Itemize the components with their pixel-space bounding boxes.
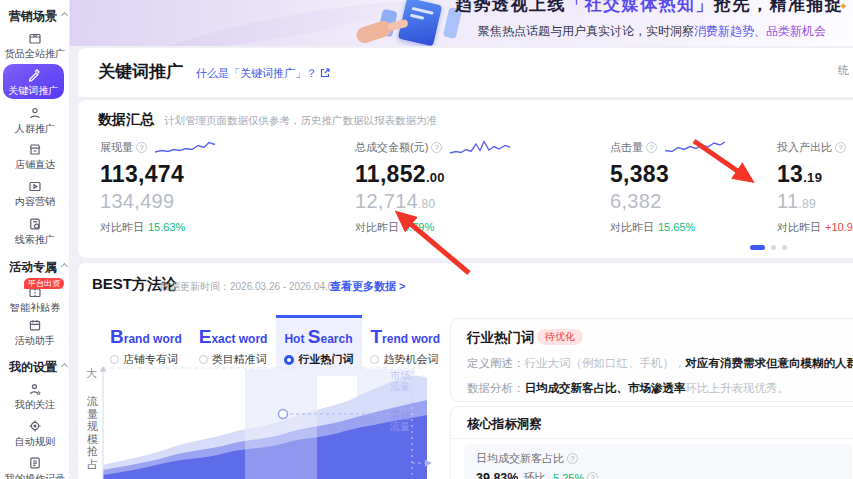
core-metric-value: 39.83% bbox=[476, 471, 518, 479]
tab-en-rest: earch bbox=[320, 332, 352, 346]
hb-value: -5.25% bbox=[549, 472, 584, 479]
sidebar-item-auto-rules[interactable]: 自动规则 bbox=[0, 419, 70, 449]
metric-label: 点击量 bbox=[610, 140, 643, 155]
definition-gray-text: 行业大词（例如口红、手机）， bbox=[525, 357, 686, 369]
sidebar-item-my-follow[interactable]: 我的关注 bbox=[0, 382, 70, 412]
dot-active[interactable] bbox=[750, 245, 765, 250]
metric-value: 5,383 bbox=[610, 161, 669, 187]
definition-line: 定义阐述：行业大词（例如口红、手机），对应有消费需求但意向模糊的人群，拉新效果显… bbox=[467, 356, 853, 371]
hb-label: 环比 bbox=[523, 470, 545, 479]
promo-banner: 趋势透视上线「社交媒体热知」抢先，精准捕捉 聚焦热点话题与用户真实讨论，实时洞察… bbox=[70, 0, 853, 46]
metric-roi: 投入产出比? 13.19 11.89 对比昨日+10.93% bbox=[777, 138, 853, 235]
metric-prev-value: 134,499 bbox=[100, 190, 174, 212]
sidebar-item-label: 关键词推广 bbox=[4, 84, 63, 97]
help-icon[interactable]: ? bbox=[835, 142, 846, 153]
sidebar-item-label: 货品全站推广 bbox=[1, 47, 68, 60]
store-icon bbox=[0, 142, 70, 156]
compare-label: 对比昨日 bbox=[610, 221, 654, 233]
analysis-bold-text: 日均成交新客占比、市场渗透率 bbox=[525, 382, 686, 394]
chevron-up-icon bbox=[61, 12, 68, 19]
analysis-label: 数据分析： bbox=[467, 382, 525, 394]
person-star-icon bbox=[0, 382, 70, 396]
compare-label: 对比昨日 bbox=[100, 221, 144, 233]
series-label-store-traffic: 店铺流量 bbox=[390, 410, 414, 432]
banner-title: 趋势透视上线「社交媒体热知」抢先，精准捕捉 bbox=[455, 0, 844, 16]
help-icon[interactable]: ? bbox=[587, 472, 598, 479]
metric-delta: +10.93% bbox=[825, 221, 853, 233]
sidebar-item-label: 内容营销 bbox=[1, 195, 68, 208]
to-optimize-badge: 待优化 bbox=[537, 329, 583, 345]
sidebar-item-full-site[interactable]: 货品全站推广 bbox=[0, 31, 70, 61]
sidebar-item-content[interactable]: 内容营销 bbox=[0, 179, 70, 209]
video-icon bbox=[0, 179, 70, 193]
clue-icon bbox=[0, 217, 70, 231]
data-summary-card: 数据汇总 计划管理页面数据仅供参考，历史推广数据以报表数据为准 展现量? 113… bbox=[78, 100, 853, 258]
sidebar-item-audience[interactable]: 人群推广 bbox=[0, 106, 70, 136]
core-metric-label: 日均成交新客占比 bbox=[476, 451, 564, 466]
sidebar-item-store-direct[interactable]: 店铺直达 bbox=[0, 142, 70, 172]
metric-prev-value: 11 bbox=[777, 190, 798, 212]
what-is-link-label: 什么是「关键词推广」？ bbox=[196, 67, 317, 79]
sidebar-item-label: 自动规则 bbox=[1, 435, 68, 448]
sidebar-section-marketing[interactable]: 营销场景 bbox=[9, 8, 67, 25]
core-panel-title: 核心指标洞察 bbox=[467, 416, 542, 433]
summary-note: 计划管理页面数据仅供参考，历史推广数据以报表数据为准 bbox=[164, 114, 437, 128]
document-icon bbox=[0, 456, 70, 470]
metric-delta: 6.79% bbox=[403, 221, 434, 233]
banner-title-post: 抢先，精准捕捉 bbox=[714, 0, 844, 14]
tab-en-pre: Hot bbox=[284, 332, 307, 346]
definition-label: 定义阐述： bbox=[467, 357, 525, 369]
tab-en-rest: rend word bbox=[382, 332, 440, 346]
external-link-icon[interactable] bbox=[320, 68, 330, 80]
metric-value: 11,852 bbox=[355, 161, 426, 187]
compare-label: 对比昨日 bbox=[355, 221, 399, 233]
sparkline bbox=[664, 138, 726, 156]
metric-label: 总成交金额(元) bbox=[355, 140, 428, 155]
sidebar-item-leads[interactable]: 线索推广 bbox=[0, 217, 70, 247]
core-metrics-panel: 核心指标洞察 日均成交新客占比? 39.83%环比-5.25%? 同行同层均值 … bbox=[450, 406, 853, 479]
series-label-market-traffic: 市场流量 bbox=[390, 370, 414, 392]
metric-prev-dec: .89 bbox=[798, 197, 816, 211]
metric-delta: 15.65% bbox=[658, 221, 695, 233]
page-header-card: 关键词推广 什么是「关键词推广」？ 统 bbox=[78, 48, 853, 97]
tab-en-initial: E bbox=[199, 326, 212, 347]
section-label: 我的设置 bbox=[9, 360, 57, 374]
dot[interactable] bbox=[771, 245, 776, 250]
carousel-dots[interactable] bbox=[750, 245, 787, 250]
see-more-link[interactable]: 查看更多数据 > bbox=[330, 279, 405, 294]
summary-title: 数据汇总 bbox=[98, 111, 154, 129]
sidebar-item-keyword[interactable]: 关键词推广 bbox=[3, 64, 64, 99]
banner-subtitle: 聚焦热点话题与用户真实讨论，实时洞察消费新趋势、品类新机会 bbox=[478, 23, 826, 40]
sidebar-item-label: 线索推广 bbox=[1, 233, 68, 246]
metric-impressions: 展现量? 113,474 134,499 对比昨日15.63% bbox=[100, 138, 350, 235]
sidebar-item-label: 智能补贴券 bbox=[1, 301, 68, 314]
banner-title-quote: 「社交媒体热知」 bbox=[566, 0, 714, 14]
sidebar-section-settings[interactable]: 我的设置 bbox=[9, 359, 67, 376]
definition-bold-text: 对应有消费需求但意向模糊的人群，拉新效果显著。 bbox=[686, 357, 853, 369]
help-icon[interactable]: ? bbox=[567, 453, 578, 464]
help-icon[interactable]: ? bbox=[646, 142, 657, 153]
metric-value: 113,474 bbox=[100, 161, 184, 187]
sparkline bbox=[154, 138, 216, 156]
main-content: 关键词推广 什么是「关键词推广」？ 统 数据汇总 计划管理页面数据仅供参考，历史… bbox=[70, 46, 853, 479]
metric-value-dec: .19 bbox=[803, 170, 822, 185]
compare-label: 对比昨日 bbox=[777, 221, 821, 233]
app-root: 营销场景 货品全站推广 关键词推广 人群推广 店铺直达 内容营销 线索推广 活动… bbox=[0, 0, 853, 479]
industry-hot-words-panel: 行业热门词 待优化 定义阐述：行业大词（例如口红、手机），对应有消费需求但意向模… bbox=[450, 318, 853, 402]
help-icon[interactable]: ? bbox=[431, 142, 442, 153]
sidebar-item-operation-log[interactable]: 我的操作记录 bbox=[0, 456, 70, 479]
page-title: 关键词推广 bbox=[98, 60, 183, 83]
sparkline bbox=[449, 138, 511, 156]
dot[interactable] bbox=[782, 245, 787, 250]
what-is-link[interactable]: 什么是「关键词推广」？ bbox=[196, 66, 330, 81]
sidebar-section-activity[interactable]: 活动专属 bbox=[9, 259, 67, 276]
sidebar-item-smart-coupon[interactable]: 平台出资 智能补贴券 bbox=[0, 285, 70, 315]
help-icon[interactable]: ? bbox=[136, 142, 147, 153]
metric-prev-value: 12,714 bbox=[355, 190, 418, 212]
sidebar-item-label: 人群推广 bbox=[1, 122, 68, 135]
sidebar-item-activity-helper[interactable]: 活动助手 bbox=[0, 318, 70, 348]
chevron-up-icon bbox=[61, 363, 68, 370]
metric-value: 13 bbox=[777, 161, 803, 187]
metric-label: 投入产出比 bbox=[777, 140, 832, 155]
section-label: 活动专属 bbox=[9, 260, 57, 274]
